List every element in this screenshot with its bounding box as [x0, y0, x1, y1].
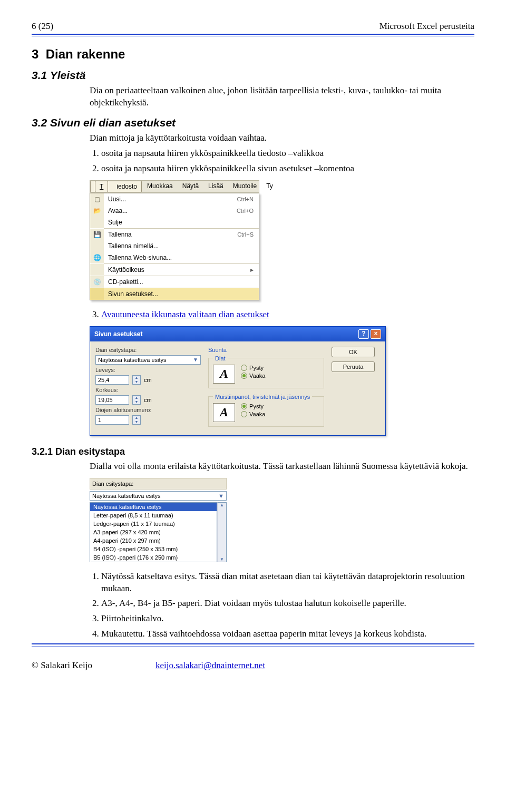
footer-copyright: © Salakari Keijo: [32, 660, 92, 671]
menu-muotoile[interactable]: Muotoile: [229, 181, 261, 192]
korkeus-label: Korkeus:: [95, 387, 201, 393]
list-item[interactable]: B5 (ISO) -paperi (176 x 250 mm): [90, 553, 217, 562]
menu-muokkaa[interactable]: Muokkaa: [143, 181, 177, 192]
menu-item-cd-paketti[interactable]: 💿 CD-paketti...: [90, 276, 259, 288]
file-menu-dropdown: ▢ Uusi... Ctrl+N 📂 Avaa... Ctrl+O Sulje …: [90, 193, 259, 300]
footer-rule-thick: [32, 643, 474, 644]
blank-icon: [90, 264, 104, 276]
blank-icon: [90, 288, 104, 300]
esitystapa-dropdown-screenshot: Dian esitystapa: Näytössä katseltava esi…: [90, 478, 227, 562]
header-rule-thick: [32, 34, 474, 35]
list-item-3: Piirtoheitinkalvo.: [101, 613, 474, 625]
menu-item-uusi[interactable]: ▢ Uusi... Ctrl+N: [90, 193, 259, 205]
diat-fieldset: Diat A Pysty Vaaka: [208, 355, 324, 388]
menu-item-sivun-asetukset[interactable]: Sivun asetukset...: [90, 288, 259, 300]
diat-pysty-radio[interactable]: Pysty: [241, 365, 265, 371]
step-1: osoita ja napsauta hiiren ykköspainikkee…: [101, 148, 474, 160]
step-3: Avautuneesta ikkunasta valitaan dian ase…: [101, 309, 474, 321]
paragraph: Dialla voi olla monta erilaista käyttöta…: [90, 461, 474, 473]
blank-icon: [90, 217, 104, 228]
chevron-down-icon: ▼: [218, 493, 224, 499]
unit-label: cm: [144, 377, 152, 383]
menu-item-tallenna[interactable]: 💾 Tallenna Ctrl+S: [90, 229, 259, 240]
cd-icon: 💿: [90, 276, 104, 288]
web-icon: 🌐: [90, 252, 104, 263]
list-item-4: Mukautettu. Tässä vaihtoehdossa voidaan …: [101, 628, 474, 640]
footer-rule-thin: [32, 647, 474, 647]
menu-item-kayttooikeus[interactable]: Käyttöoikeus ▸: [90, 264, 259, 276]
diat-legend: Diat: [213, 355, 228, 361]
step-3-link[interactable]: Avautuneesta ikkunasta valitaan dian ase…: [101, 309, 269, 319]
chevron-down-icon: ▼: [193, 357, 198, 363]
help-button[interactable]: ?: [358, 329, 369, 339]
suunta-label: Suunta: [208, 347, 324, 353]
esitystapa-combo[interactable]: Näytössä katseltava esitys ▼: [95, 355, 201, 365]
header-rule-thin: [32, 36, 474, 36]
doc-title: Microsoft Excel perusteita: [380, 21, 474, 32]
submenu-arrow-icon: ▸: [250, 266, 259, 273]
unit-label: cm: [144, 397, 152, 403]
blank-icon: [90, 240, 104, 252]
orientation-preview-icon: A: [213, 365, 235, 384]
diat-vaaka-radio[interactable]: Vaaka: [241, 373, 265, 379]
leveys-input[interactable]: 25,4: [95, 375, 129, 385]
list-item-2: A3-, A4-, B4- ja B5- paperi. Diat voidaa…: [101, 598, 474, 610]
muisti-pysty-radio[interactable]: Pysty: [241, 403, 265, 409]
esitystapa-label: Dian esitystapa:: [95, 347, 201, 353]
aloitusnumero-spinner[interactable]: ▲▼: [132, 415, 141, 425]
list-item[interactable]: Näytössä katseltava esitys: [90, 503, 217, 511]
dialog-titlebar: Sivun asetukset ? ×: [90, 327, 385, 341]
dialog-title: Sivun asetukset: [94, 330, 142, 338]
close-button[interactable]: ×: [371, 329, 381, 339]
page-indicator: 6 (25): [32, 21, 53, 32]
page-setup-dialog: Sivun asetukset ? × Dian esitystapa: Näy…: [90, 326, 386, 436]
menu-item-avaa[interactable]: 📂 Avaa... Ctrl+O: [90, 205, 259, 217]
save-icon: 💾: [90, 229, 104, 240]
file-menu-screenshot: Tiedosto Muokkaa Näytä Lisää Muotoile Ty…: [90, 180, 474, 300]
muisti-vaaka-radio[interactable]: Vaaka: [241, 411, 265, 417]
new-doc-icon: ▢: [90, 193, 104, 205]
cancel-button[interactable]: Peruuta: [332, 361, 375, 372]
ok-button[interactable]: OK: [332, 347, 375, 357]
footer-email-link[interactable]: keijo.salakari@dnainternet.net: [155, 660, 265, 671]
subsection-3-1: 3.1 Yleistä: [32, 69, 474, 82]
korkeus-spinner[interactable]: ▲▼: [132, 395, 141, 405]
step-2: osoita ja napsauta hiiren ykköspainikkee…: [101, 163, 474, 175]
list-item[interactable]: A4-paperi (210 x 297 mm): [90, 536, 217, 545]
muisti-fieldset: Muistiinpanot, tiivistelmät ja jäsennys …: [208, 394, 324, 427]
paragraph: Dian mittoja ja käyttötarkoitusta voidaa…: [90, 132, 474, 144]
orientation-preview-icon: A: [213, 403, 235, 422]
menu-item-sulje[interactable]: Sulje: [90, 217, 259, 228]
section-heading: 3 Dian rakenne: [32, 47, 474, 62]
aloitusnumero-input[interactable]: 1: [95, 415, 129, 425]
aloitusnumero-label: Diojen aloitusnumero:: [95, 407, 201, 413]
subsubsection-3-2-1: 3.2.1 Dian esitystapa: [32, 446, 474, 457]
scroll-down-icon: ▼: [220, 557, 224, 562]
muisti-legend: Muistiinpanot, tiivistelmät ja jäsennys: [213, 394, 312, 400]
list-item[interactable]: A3-paperi (297 x 420 mm): [90, 528, 217, 536]
leveys-spinner[interactable]: ▲▼: [132, 375, 141, 385]
list-item[interactable]: Letter-paperi (8,5 x 11 tuumaa): [90, 511, 217, 520]
menu-tiedosto[interactable]: Tiedosto: [90, 181, 142, 192]
paragraph: Dia on periaatteeltaan valkoinen alue, j…: [90, 85, 474, 109]
menu-lisaa[interactable]: Lisää: [204, 181, 228, 192]
subsection-3-2: 3.2 Sivun eli dian asetukset: [32, 116, 474, 129]
korkeus-input[interactable]: 19,05: [95, 395, 129, 405]
leveys-label: Leveys:: [95, 367, 201, 373]
esitystapa-label: Dian esitystapa:: [90, 478, 227, 490]
esitystapa-list[interactable]: Näytössä katseltava esitys Letter-paperi…: [90, 502, 217, 562]
open-icon: 📂: [90, 205, 104, 217]
list-item-1: Näytössä katseltava esitys. Tässä dian m…: [101, 571, 474, 595]
menu-tyokalut[interactable]: Ty: [262, 181, 277, 192]
scrollbar[interactable]: ▲ ▼: [217, 502, 227, 562]
esitystapa-selected[interactable]: Näytössä katseltava esitys ▼: [90, 491, 227, 501]
menu-nayta[interactable]: Näytä: [178, 181, 203, 192]
scroll-up-icon: ▲: [220, 503, 224, 507]
list-item[interactable]: B4 (ISO) -paperi (250 x 353 mm): [90, 545, 217, 553]
menu-item-tallenna-nimella[interactable]: Tallenna nimellä...: [90, 240, 259, 252]
menu-item-tallenna-web[interactable]: 🌐 Tallenna Web-sivuna...: [90, 252, 259, 263]
menu-bar: Tiedosto Muokkaa Näytä Lisää Muotoile Ty: [90, 180, 259, 193]
list-item[interactable]: Ledger-paperi (11 x 17 tuumaa): [90, 520, 217, 528]
